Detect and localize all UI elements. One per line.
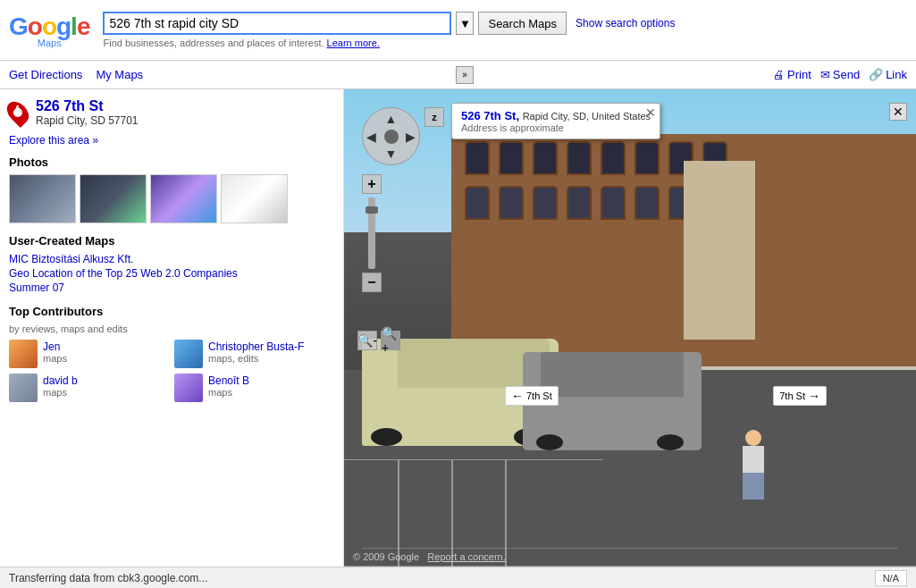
location-header: A 526 7th St Rapid City, SD 57701 — [9, 98, 334, 127]
learn-more-link[interactable]: Learn more. — [327, 38, 380, 48]
marker-letter: A — [14, 105, 21, 114]
street-arrow-right: → — [808, 389, 820, 403]
zoom-thumb[interactable] — [366, 206, 378, 214]
parking-area — [344, 459, 603, 567]
contrib-link-jen[interactable]: Jen — [43, 340, 60, 353]
navigation-controls: ▲ ▼ ◀ ▶ — [362, 107, 420, 165]
pan-right-arrow[interactable]: ▶ — [406, 130, 416, 144]
window — [634, 141, 660, 175]
zoom-level-indicator: N/A — [875, 570, 907, 586]
contrib-info-jen: Jen maps — [43, 340, 67, 364]
close-streetview-button[interactable]: ✕ — [889, 103, 907, 121]
contrib-link-david[interactable]: david b — [43, 374, 78, 387]
get-directions-link[interactable]: Get Directions — [9, 68, 82, 81]
logo-l: l — [71, 13, 77, 40]
subtext-label: Find businesses, addresses and places of… — [103, 38, 324, 48]
contributor-christopher: Christopher Busta-F maps, edits — [174, 340, 334, 368]
copyright-text: © 2009 Google — [353, 551, 419, 562]
user-map-link-2[interactable]: Geo Location of the Top 25 Web 2.0 Compa… — [9, 267, 334, 280]
street-label-7th-left[interactable]: ← 7th St — [505, 386, 559, 406]
logo-o1: o — [28, 13, 42, 40]
search-input[interactable] — [103, 12, 451, 35]
photo-thumb-2[interactable] — [80, 174, 147, 223]
location-address: Rapid City, SD 57701 — [36, 114, 139, 127]
toolbar-right: 🖨 Print ✉ Send 🔗 Link — [773, 68, 907, 81]
window — [567, 141, 592, 175]
logo-o2: o — [42, 13, 56, 40]
contrib-link-benoit[interactable]: Benoît B — [208, 374, 249, 387]
zoom-in-button[interactable]: + — [362, 174, 382, 194]
chain-icon: 🔗 — [869, 68, 883, 81]
my-maps-link[interactable]: My Maps — [96, 68, 143, 81]
contributors-title: Top Contributors — [9, 305, 334, 318]
location-name[interactable]: 526 7th St — [36, 98, 139, 114]
balloon-address-rest: Rapid City, SD, United States — [523, 111, 651, 122]
contrib-role-christopher: maps, edits — [208, 353, 304, 364]
avatar-david — [9, 374, 38, 402]
person-legs — [743, 473, 764, 500]
explore-area-link[interactable]: Explore this area » — [9, 134, 334, 147]
email-icon: ✉ — [820, 68, 830, 81]
logo-g: G — [9, 13, 28, 40]
zoom-letter-button[interactable]: z — [424, 107, 444, 127]
person — [743, 430, 764, 500]
main-content: A 526 7th St Rapid City, SD 57701 Explor… — [0, 89, 916, 567]
contrib-role-david: maps — [43, 387, 78, 398]
zoom-out-magnify-button[interactable]: 🔍- — [357, 331, 377, 350]
street-label-7th-right[interactable]: 7th St → — [773, 386, 827, 406]
pan-down-arrow[interactable]: ▼ — [385, 147, 398, 161]
window — [567, 186, 592, 220]
zoom-in-magnify-button[interactable]: 🔍+ — [381, 331, 400, 350]
pan-control[interactable]: ▲ ▼ ◀ ▶ — [362, 107, 420, 165]
send-link[interactable]: ✉ Send — [820, 68, 860, 81]
user-map-link-3[interactable]: Summer 07 — [9, 281, 334, 294]
contrib-link-christopher[interactable]: Christopher Busta-F — [208, 340, 304, 353]
photo-thumb-1[interactable] — [9, 174, 76, 223]
user-map-link-1[interactable]: MIC Biztosítási Alkusz Kft. — [9, 253, 334, 265]
left-building — [684, 161, 755, 340]
search-button[interactable]: Search Maps — [478, 12, 567, 35]
street-view: ▲ ▼ ◀ ▶ z + − 🔍- 🔍+ — [344, 89, 916, 567]
search-area: ▼ Search Maps Show search options Find b… — [103, 12, 907, 48]
pan-up-arrow[interactable]: ▲ — [385, 112, 398, 126]
suv-wheel-2 — [657, 434, 684, 450]
photos-row — [9, 174, 334, 223]
print-label: Print — [787, 68, 811, 81]
avatar-benoit — [174, 374, 203, 402]
status-bar: Transferring data from cbk3.google.com..… — [0, 567, 916, 588]
logo-e: e — [77, 13, 90, 40]
google-logo: Google Maps — [9, 13, 89, 48]
zoom-slider: + − — [362, 174, 382, 292]
show-search-options-link[interactable]: Show search options — [576, 17, 675, 29]
zoom-level-value: N/A — [883, 573, 899, 584]
search-dropdown-btn[interactable]: ▼ — [456, 12, 474, 35]
street-label-text-1: 7th St — [526, 391, 552, 401]
window — [533, 141, 558, 175]
user-maps-title: User-Created Maps — [9, 234, 334, 248]
print-link[interactable]: 🖨 Print — [773, 68, 811, 81]
header: Google Maps ▼ Search Maps Show search op… — [0, 0, 916, 61]
map-marker-icon: A — [9, 100, 27, 125]
suv-roof — [541, 352, 684, 397]
info-balloon: ✕ 526 7th St, Rapid City, SD, United Sta… — [451, 103, 660, 139]
photo-thumb-4[interactable] — [221, 174, 288, 223]
report-concern-link[interactable]: Report a concern. — [427, 551, 505, 562]
photo-thumb-3[interactable] — [150, 174, 217, 223]
send-label: Send — [833, 68, 860, 81]
logo-maps-label: Maps — [38, 38, 62, 48]
zoom-out-button[interactable]: − — [362, 273, 382, 292]
window — [601, 186, 626, 220]
person-head — [745, 430, 761, 446]
suv-wheel-1 — [536, 434, 563, 450]
user-maps-section: User-Created Maps MIC Biztosítási Alkusz… — [9, 234, 334, 294]
collapse-button[interactable]: » — [456, 66, 474, 84]
balloon-address-bold: 526 7th St, Rapid City, SD, United State… — [461, 109, 651, 122]
toolbar-left: Get Directions My Maps — [9, 68, 143, 81]
link-link[interactable]: 🔗 Link — [869, 68, 907, 81]
street-label-text-2: 7th St — [779, 391, 805, 401]
contrib-info-benoit: Benoît B maps — [208, 374, 249, 398]
pan-left-arrow[interactable]: ◀ — [366, 130, 376, 144]
street-arrow-left: ← — [511, 389, 524, 403]
contrib-role-jen: maps — [43, 353, 67, 364]
close-balloon-button[interactable]: ✕ — [645, 106, 656, 119]
